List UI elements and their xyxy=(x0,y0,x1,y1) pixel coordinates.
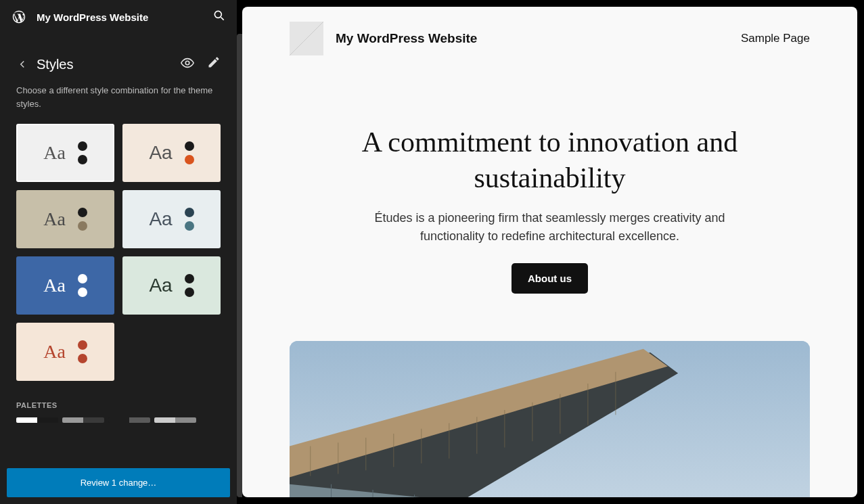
variation-sample-text: Aa xyxy=(149,142,172,164)
site-preview: My WordPress Website Sample Page A commi… xyxy=(242,7,857,497)
palettes-row xyxy=(16,417,221,423)
styles-sidebar: Styles Choose a different style combinat… xyxy=(0,34,237,504)
preview-scroll[interactable]: My WordPress Website Sample Page A commi… xyxy=(242,7,857,497)
variation-sample-text: Aa xyxy=(43,142,66,164)
hero-image xyxy=(290,341,810,497)
variation-sample-text: Aa xyxy=(43,341,66,363)
review-changes-button[interactable]: Review 1 change… xyxy=(7,468,230,497)
palettes-section: Palettes xyxy=(0,381,237,423)
variation-sample-text: Aa xyxy=(43,275,66,296)
eye-icon[interactable] xyxy=(180,55,195,73)
style-variation-5[interactable]: Aa xyxy=(122,256,221,315)
hero-section: A commitment to innovation and sustainab… xyxy=(242,70,857,321)
style-variation-1[interactable]: Aa xyxy=(122,124,221,182)
resize-handle[interactable] xyxy=(237,34,242,497)
variation-color-dots xyxy=(185,274,194,297)
back-icon[interactable] xyxy=(16,58,28,70)
variation-sample-text: Aa xyxy=(149,208,172,230)
palette-swatch-0[interactable] xyxy=(16,417,58,423)
style-variation-4[interactable]: Aa xyxy=(16,256,114,315)
sidebar-header: Styles xyxy=(0,34,237,84)
variation-color-dots xyxy=(78,274,87,297)
svg-point-2 xyxy=(185,61,189,65)
variation-color-dots xyxy=(185,141,194,164)
variation-color-dots xyxy=(185,208,194,231)
site-logo-placeholder[interactable] xyxy=(290,22,323,55)
admin-top-bar: My WordPress Website xyxy=(0,0,237,34)
palette-swatch-3[interactable] xyxy=(154,417,196,423)
preview-site-header: My WordPress Website Sample Page xyxy=(242,7,857,70)
review-bar: Review 1 change… xyxy=(0,461,237,504)
hero-title: A commitment to innovation and sustainab… xyxy=(347,124,753,196)
variation-color-dots xyxy=(78,340,87,363)
about-us-button[interactable]: About us xyxy=(511,263,588,294)
wordpress-logo-icon[interactable] xyxy=(11,9,27,25)
variation-color-dots xyxy=(78,141,87,164)
palette-swatch-2[interactable] xyxy=(108,417,150,423)
palettes-label: Palettes xyxy=(16,401,221,409)
style-variation-2[interactable]: Aa xyxy=(16,190,114,248)
search-icon[interactable] xyxy=(212,9,226,25)
style-variation-6[interactable]: Aa xyxy=(16,323,114,381)
admin-site-title[interactable]: My WordPress Website xyxy=(37,12,212,23)
variation-sample-text: Aa xyxy=(149,275,172,296)
edit-icon[interactable] xyxy=(207,55,221,73)
style-variation-3[interactable]: Aa xyxy=(122,190,221,248)
style-variations-grid: Aa Aa Aa Aa Aa Aa Aa xyxy=(0,124,237,381)
nav-link-sample-page[interactable]: Sample Page xyxy=(741,32,810,45)
svg-point-0 xyxy=(214,11,221,18)
style-variation-0[interactable]: Aa xyxy=(16,124,114,182)
svg-line-1 xyxy=(221,18,224,20)
preview-site-title[interactable]: My WordPress Website xyxy=(336,31,729,46)
variation-color-dots xyxy=(78,208,87,231)
hero-text: Études is a pioneering firm that seamles… xyxy=(361,209,740,246)
variation-sample-text: Aa xyxy=(43,208,66,230)
sidebar-description: Choose a different style combination for… xyxy=(0,84,237,124)
palette-swatch-1[interactable] xyxy=(62,417,104,423)
sidebar-title: Styles xyxy=(37,57,73,72)
